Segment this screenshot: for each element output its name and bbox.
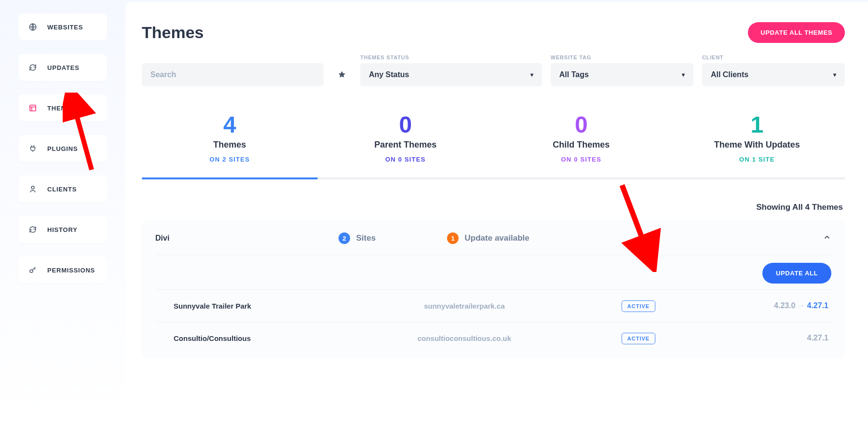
stat-themes[interactable]: 4 Themes ON 2 SITES <box>142 103 318 177</box>
stats-row: 4 Themes ON 2 SITES 0 Parent Themes ON 0… <box>142 103 845 179</box>
theme-panel: Divi 2 Sites 1 Update available UPDATE <box>142 220 845 359</box>
main-content: Themes UPDATE ALL THEMES Search THEMES S… <box>125 2 868 434</box>
tag-select[interactable]: All Tags ▾ <box>551 63 693 86</box>
stat-num: 4 <box>147 111 313 138</box>
svg-point-3 <box>30 270 33 272</box>
stat-label: Theme With Updates <box>674 140 841 150</box>
sidebar-item-updates[interactable]: UPDATES <box>18 54 107 81</box>
stat-num: 0 <box>498 111 665 138</box>
stat-label: Themes <box>147 140 313 150</box>
sidebar-item-label: HISTORY <box>47 226 78 233</box>
sidebar: WEBSITES UPDATES THEMES PLUGINS CLIENTS <box>0 0 125 434</box>
site-name: Sunnyvale Trailer Park <box>155 302 339 310</box>
sidebar-item-label: PERMISSIONS <box>47 267 95 274</box>
chevron-down-icon: ▾ <box>682 71 685 78</box>
filters: Search THEMES STATUS Any Status ▾ WEBSIT… <box>142 54 845 86</box>
sidebar-item-label: WEBSITES <box>47 24 83 31</box>
theme-name: Divi <box>155 234 339 243</box>
key-icon <box>28 265 38 275</box>
favorite-star-icon[interactable] <box>332 63 352 86</box>
sidebar-item-websites[interactable]: WEBSITES <box>18 14 107 41</box>
update-all-button[interactable]: UPDATE ALL <box>762 263 831 284</box>
filter-status-label: THEMES STATUS <box>360 54 542 60</box>
active-indicator <box>142 177 318 179</box>
filter-tag-label: WEBSITE TAG <box>551 54 693 60</box>
stat-updates[interactable]: 1 Theme With Updates ON 1 SITE <box>669 103 845 177</box>
sidebar-item-label: UPDATES <box>47 64 80 71</box>
chevron-down-icon: ▾ <box>530 71 533 78</box>
search-input[interactable]: Search <box>142 63 324 86</box>
refresh-icon <box>28 63 38 72</box>
status-select[interactable]: Any Status ▾ <box>360 63 542 86</box>
status-badge: ACTIVE <box>622 300 655 312</box>
stat-sub: ON 0 SITES <box>498 156 665 163</box>
site-host: sunnyvaletrailerpark.ca <box>339 302 590 310</box>
stat-label: Child Themes <box>498 140 665 150</box>
stat-num: 1 <box>674 111 841 138</box>
sites-count-badge: 2 <box>339 232 350 244</box>
showing-count: Showing All 4 Themes <box>144 203 843 212</box>
updates-label: Update available <box>465 233 529 243</box>
svg-point-2 <box>31 186 34 189</box>
sidebar-item-label: THEMES <box>47 105 76 112</box>
page-title: Themes <box>142 23 204 42</box>
tag-value: All Tags <box>559 70 589 79</box>
stat-num: 0 <box>323 111 489 138</box>
stat-sub: ON 0 SITES <box>323 156 489 163</box>
client-value: All Clients <box>711 70 748 79</box>
theme-icon <box>28 103 38 113</box>
refresh-icon <box>28 225 38 234</box>
stat-child-themes[interactable]: 0 Child Themes ON 0 SITES <box>493 103 669 177</box>
stat-sub: ON 2 SITES <box>147 156 313 163</box>
sidebar-item-permissions[interactable]: PERMISSIONS <box>18 257 107 284</box>
globe-icon <box>28 22 38 32</box>
sites-label: Sites <box>356 233 376 243</box>
version-cell: 4.23.0→4.27.1 <box>687 301 831 310</box>
site-status: ACTIVE <box>590 301 687 310</box>
stat-sub: ON 1 SITE <box>674 156 841 163</box>
sidebar-item-themes[interactable]: THEMES <box>18 95 107 122</box>
site-name: Consultio/Consultious <box>155 334 339 342</box>
sidebar-item-history[interactable]: HISTORY <box>18 216 107 243</box>
site-status: ACTIVE <box>590 334 687 342</box>
sidebar-item-clients[interactable]: CLIENTS <box>18 176 107 203</box>
sidebar-item-label: PLUGINS <box>47 145 78 152</box>
svg-rect-1 <box>30 105 36 111</box>
sidebar-item-plugins[interactable]: PLUGINS <box>18 135 107 162</box>
updates-count-badge: 1 <box>447 232 459 244</box>
plug-icon <box>28 144 38 153</box>
site-row[interactable]: Consultio/Consultiousconsultioconsultiou… <box>155 322 831 354</box>
chevron-down-icon: ▾ <box>833 71 836 78</box>
search-placeholder: Search <box>150 70 176 79</box>
sidebar-item-label: CLIENTS <box>47 186 77 193</box>
site-row[interactable]: Sunnyvale Trailer Parksunnyvaletrailerpa… <box>155 290 831 322</box>
status-value: Any Status <box>369 70 409 79</box>
client-select[interactable]: All Clients ▾ <box>702 63 845 86</box>
version-cell: 4.27.1 <box>687 334 831 342</box>
site-host: consultioconsultious.co.uk <box>339 334 590 342</box>
filter-client-label: CLIENT <box>702 54 845 60</box>
status-badge: ACTIVE <box>622 333 655 344</box>
stat-label: Parent Themes <box>323 140 489 150</box>
update-all-themes-button[interactable]: UPDATE ALL THEMES <box>748 22 845 43</box>
collapse-toggle[interactable] <box>823 233 831 244</box>
stat-parent-themes[interactable]: 0 Parent Themes ON 0 SITES <box>318 103 494 177</box>
panel-header[interactable]: Divi 2 Sites 1 Update available <box>155 232 831 255</box>
person-icon <box>28 184 38 194</box>
